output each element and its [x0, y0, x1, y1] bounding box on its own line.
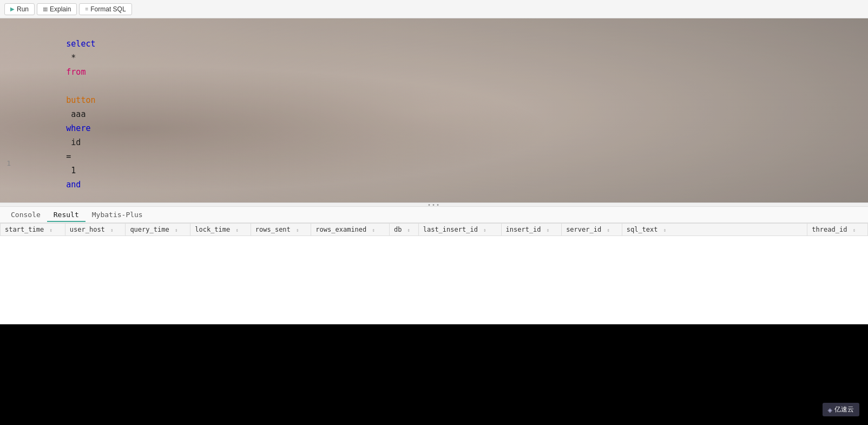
code-editor[interactable]: 1 select * from button aaa where id = 1 … [0, 18, 868, 202]
explain-icon: ▦ [43, 6, 48, 12]
col-rows-sent[interactable]: rows_sent ⇕ [251, 224, 311, 236]
sort-icon-last-insert-id: ⇕ [483, 227, 486, 233]
bottom-panel: Console Result Mybatis-Plus start_time ⇕… [0, 207, 868, 425]
format-label: Format SQL [90, 5, 126, 13]
tab-mybatis-plus[interactable]: Mybatis-Plus [86, 208, 149, 222]
col-lock-time[interactable]: lock_time ⇕ [190, 224, 251, 236]
explain-label: Explain [50, 5, 71, 13]
run-button[interactable]: ▶ Run [4, 3, 35, 15]
col-thread-id[interactable]: thread_id ⇕ [807, 224, 868, 236]
empty-result-area [0, 324, 868, 426]
keyword-and: and [66, 180, 81, 189]
watermark-icon: ◈ [828, 406, 832, 414]
space: id [66, 138, 81, 147]
line-content-1: select * from button aaa where id = 1 an… [15, 23, 868, 202]
value-1: 1 [66, 166, 81, 175]
keyword-select: select [66, 39, 95, 49]
table-header-row: start_time ⇕ user_host ⇕ query_time ⇕ lo… [1, 224, 868, 236]
col-insert-id[interactable]: insert_id ⇕ [501, 224, 562, 236]
watermark-text: 亿速云 [834, 405, 854, 414]
col-start-time[interactable]: start_time ⇕ [1, 224, 65, 236]
toolbar: ▶ Run ▦ Explain ≡ Format SQL [0, 0, 868, 18]
sort-icon-thread-id: ⇕ [853, 227, 856, 233]
sort-icon-lock-time: ⇕ [235, 227, 238, 233]
code-line-1: 1 select * from button aaa where id = 1 … [0, 23, 868, 202]
col-sql-text[interactable]: sql_text ⇕ [622, 224, 807, 236]
run-icon: ▶ [10, 6, 15, 12]
format-icon: ≡ [85, 6, 88, 12]
col-rows-examined[interactable]: rows_examined ⇕ [311, 224, 390, 236]
col-query-time[interactable]: query_time ⇕ [126, 224, 190, 236]
tab-console[interactable]: Console [4, 208, 47, 222]
operator-eq: = [66, 152, 71, 161]
col-server-id[interactable]: server_id ⇕ [562, 224, 622, 236]
space [66, 81, 71, 91]
sort-icon-start-time: ⇕ [49, 227, 52, 233]
col-last-insert-id[interactable]: last_insert_id ⇕ [418, 224, 501, 236]
editor-area[interactable]: 1 select * from button aaa where id = 1 … [0, 18, 868, 202]
col-db[interactable]: db ⇕ [389, 224, 418, 236]
watermark: ◈ 亿速云 [823, 403, 859, 416]
table-button: button [66, 95, 95, 105]
tab-result[interactable]: Result [47, 208, 86, 222]
sort-icon-db: ⇕ [407, 227, 410, 233]
sort-icon-rows-sent: ⇕ [296, 227, 299, 233]
sort-icon-query-time: ⇕ [175, 227, 177, 233]
run-label: Run [17, 5, 29, 13]
sort-icon-insert-id: ⇕ [547, 227, 549, 233]
format-sql-button[interactable]: ≡ Format SQL [79, 3, 131, 15]
keyword-from: from [66, 67, 86, 77]
alias: aaa [66, 109, 90, 119]
sort-icon-rows-examined: ⇕ [372, 227, 375, 233]
sort-icon-user-host: ⇕ [110, 227, 113, 233]
col-user-host[interactable]: user_host ⇕ [65, 224, 126, 236]
code-lines: 1 select * from button aaa where id = 1 … [0, 18, 868, 202]
sort-icon-server-id: ⇕ [607, 227, 609, 233]
tabs-bar: Console Result Mybatis-Plus [0, 207, 868, 223]
panel-resizer[interactable]: ••• [0, 202, 868, 207]
result-table-container[interactable]: start_time ⇕ user_host ⇕ query_time ⇕ lo… [0, 223, 868, 324]
keyword-where: where [66, 123, 90, 133]
space: * [66, 53, 81, 63]
line-number-1: 1 [0, 156, 15, 171]
explain-button[interactable]: ▦ Explain [37, 3, 77, 15]
result-table: start_time ⇕ user_host ⇕ query_time ⇕ lo… [0, 223, 868, 236]
sort-icon-sql-text: ⇕ [663, 227, 666, 233]
space [66, 194, 76, 202]
